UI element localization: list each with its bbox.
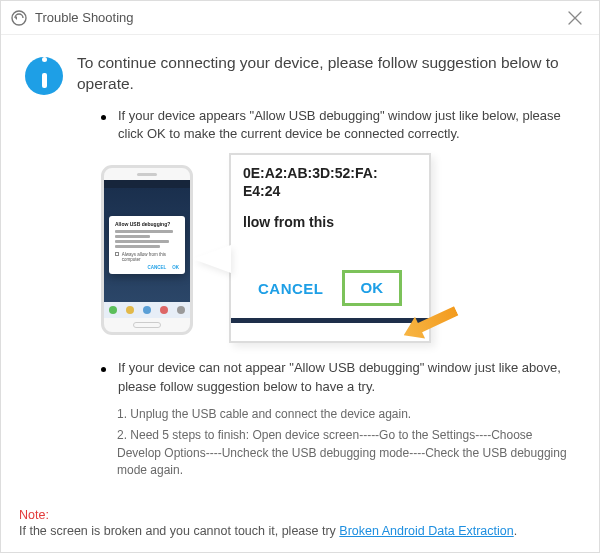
broken-android-link[interactable]: Broken Android Data Extraction (339, 524, 513, 538)
close-icon (568, 11, 582, 25)
content-area: To continue connecting your device, plea… (1, 35, 599, 491)
note-text-before: If the screen is broken and you cannot t… (19, 524, 339, 538)
phone-dialog-cancel: CANCEL (148, 265, 167, 270)
zoom-cancel-button: CANCEL (258, 280, 324, 297)
window-title: Trouble Shooting (35, 10, 561, 25)
info-icon (25, 57, 63, 95)
bullet-1: If your device appears "Allow USB debugg… (101, 107, 575, 143)
close-button[interactable] (561, 4, 589, 32)
zoom-ok-highlight: OK (342, 270, 403, 306)
phone-dialog-ok: OK (172, 265, 179, 270)
steps-list: 1. Unplug the USB cable and connect the … (117, 406, 575, 480)
illustration: Allow USB debugging? Always allow from t… (101, 153, 431, 343)
note-title: Note: (19, 508, 581, 522)
phone-dialog-checkbox: Always allow from this computer (115, 252, 179, 262)
heading-text: To continue connecting your device, plea… (77, 53, 575, 95)
svg-point-0 (12, 11, 26, 25)
zoom-ok-button: OK (361, 279, 384, 296)
bullet-2-text: If your device can not appear "Allow USB… (118, 359, 575, 395)
phone-dialog-title: Allow USB debugging? (115, 221, 179, 227)
heading-row: To continue connecting your device, plea… (25, 53, 575, 95)
bullet-2: If your device can not appear "Allow USB… (101, 359, 575, 395)
bullet-dot-icon (101, 115, 106, 120)
step-2: 2. Need 5 steps to finish: Open device s… (117, 427, 575, 479)
titlebar: Trouble Shooting (1, 1, 599, 35)
note-body: If the screen is broken and you cannot t… (19, 524, 581, 538)
app-icon (11, 10, 27, 26)
phone-dialog: Allow USB debugging? Always allow from t… (109, 216, 185, 274)
zoom-mac-address: 0E:A2:AB:3D:52:FA: E4:24 (243, 165, 417, 200)
bullet-list: If your device appears "Allow USB debugg… (101, 107, 575, 143)
note-text-after: . (514, 524, 517, 538)
zoom-panel: 0E:A2:AB:3D:52:FA: E4:24 llow from this … (229, 153, 431, 343)
phone-mockup: Allow USB debugging? Always allow from t… (101, 165, 193, 335)
bullet-1-text: If your device appears "Allow USB debugg… (118, 107, 575, 143)
dialog-window: Trouble Shooting To continue connecting … (0, 0, 600, 553)
callout-pointer-icon (193, 245, 231, 273)
bullet-dot-icon (101, 367, 106, 372)
zoom-allow-fragment: llow from this (243, 214, 417, 230)
step-1: 1. Unplug the USB cable and connect the … (117, 406, 575, 423)
footer-note: Note: If the screen is broken and you ca… (19, 508, 581, 538)
bullet-list-2: If your device can not appear "Allow USB… (101, 359, 575, 395)
